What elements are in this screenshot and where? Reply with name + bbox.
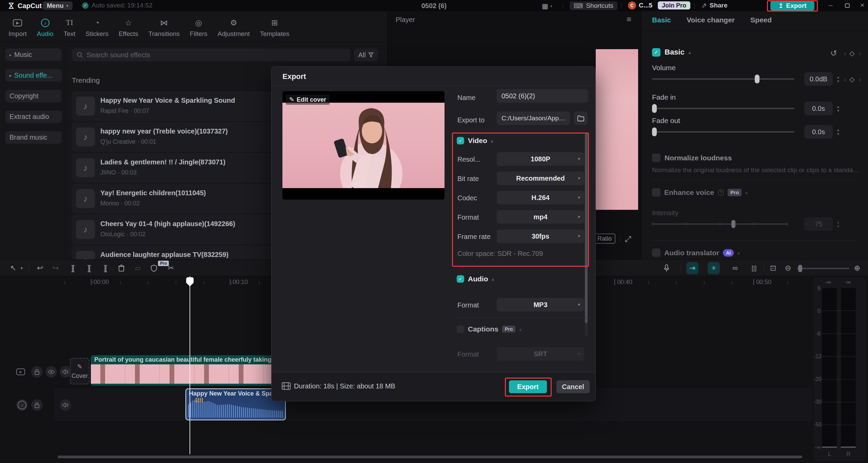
export-button-top[interactable]: ↥ Export [770, 1, 814, 11]
tab-transitions[interactable]: ⋈ Transitions [143, 14, 185, 42]
volume-stepper[interactable]: ▴ ▾ [834, 72, 843, 86]
tab-templates[interactable]: ⊞ Templates [255, 14, 295, 42]
video-checkbox[interactable]: ✓ [457, 137, 464, 144]
tab-stickers[interactable]: ◔ Stickers [80, 14, 114, 42]
undo-button[interactable]: ↩ [34, 260, 46, 277]
lock-icon[interactable] [31, 366, 43, 378]
next-keyframe-icon[interactable]: › [859, 49, 861, 57]
sidebar-item-sound-effects[interactable]: ▸ Sound effe... [5, 69, 62, 82]
reset-icon[interactable]: ↺ [830, 48, 837, 58]
captions-checkbox[interactable] [457, 325, 464, 333]
playhead-line[interactable] [190, 276, 190, 454]
tab-speed[interactable]: Speed [750, 16, 772, 24]
basic-checkbox[interactable]: ✓ [652, 48, 660, 57]
split-tool[interactable]: ][ [66, 260, 79, 277]
prev-keyframe-icon[interactable]: ‹ [844, 49, 846, 57]
sidebar-item-brand-music[interactable]: Brand music [5, 131, 62, 144]
timeline-zoom-handle[interactable] [798, 265, 802, 272]
restore-button[interactable] [845, 3, 850, 8]
fade-out-stepper[interactable]: ▴ ▾ [834, 125, 843, 139]
tab-voice-changer[interactable]: Voice changer [687, 16, 735, 24]
sidebar-item-music[interactable]: ▸ Music [5, 48, 62, 61]
browse-folder-button[interactable] [574, 112, 588, 125]
fullscreen-icon[interactable]: ⤢ [625, 234, 631, 244]
cover-button[interactable]: ✎ Cover [70, 358, 90, 384]
ratio-button[interactable]: Ratio [594, 234, 615, 244]
tab-basic[interactable]: Basic [652, 16, 671, 24]
audio-clip[interactable]: Happy New Year Voice & Spark [185, 388, 286, 420]
collapse-icon[interactable]: ▴ [492, 277, 494, 282]
prev-keyframe-icon[interactable]: ‹ [844, 76, 846, 83]
audio-checkbox[interactable]: ✓ [457, 275, 464, 283]
fade-out-slider-handle[interactable] [652, 127, 657, 136]
split-right-tool[interactable]: ][ [99, 260, 111, 277]
tab-text[interactable]: TI Text [58, 14, 80, 42]
layout-switcher[interactable]: ▦ ▾ [542, 2, 552, 10]
tab-audio[interactable]: ♪ Audio [32, 14, 59, 42]
resolution-dropdown[interactable]: 1080P ▾ [497, 152, 584, 166]
fade-out-slider[interactable] [652, 131, 794, 133]
export-path-input[interactable]: C:/Users/Jason/AppD... [497, 112, 570, 125]
tab-filters[interactable]: ◎ Filters [185, 14, 213, 42]
collapse-icon[interactable]: ▴ [491, 138, 493, 143]
select-tool[interactable]: ↖ [9, 260, 18, 277]
share-button[interactable]: ⇗ Share [701, 1, 728, 9]
account-area[interactable]: C C...5 [628, 1, 652, 9]
volume-keyframe-icon[interactable]: ◇ [849, 75, 854, 83]
search-input[interactable] [86, 51, 346, 59]
zoom-out-button[interactable]: ⊖ [782, 260, 794, 277]
fade-in-value[interactable]: 0.0s [804, 102, 833, 115]
join-pro-button[interactable]: Join Pro [658, 1, 690, 9]
zoom-in-button[interactable]: ⊕ [851, 260, 863, 277]
redo-button[interactable]: ↪ [50, 260, 62, 277]
record-voiceover-button[interactable] [660, 260, 673, 277]
volume-slider[interactable] [652, 78, 794, 80]
preview-axis-toggle[interactable]: ✳ [708, 262, 720, 274]
dialog-scrollbar[interactable] [585, 133, 588, 337]
audio-format-dropdown[interactable]: MP3 ▾ [497, 298, 584, 311]
cancel-button[interactable]: Cancel [556, 380, 590, 393]
name-input[interactable]: 0502 (6)(2) [497, 89, 588, 103]
horizontal-scrollbar[interactable] [58, 456, 802, 458]
enhance-voice-checkbox[interactable] [652, 188, 660, 197]
tab-effects[interactable]: ☆ Effects [114, 14, 143, 42]
collapse-icon[interactable]: ▴ [745, 190, 748, 195]
fade-in-stepper[interactable]: ▴ ▾ [834, 102, 843, 115]
export-confirm-button[interactable]: Export [509, 380, 547, 393]
link-tool[interactable]: ∞ [729, 260, 741, 277]
normalize-checkbox[interactable] [652, 154, 660, 162]
timeline-zoom-slider[interactable] [797, 268, 849, 269]
codec-dropdown[interactable]: H.264 ▾ [497, 191, 584, 204]
keyframe-icon[interactable]: ◇ [849, 49, 854, 57]
format-dropdown[interactable]: mp4 ▾ [497, 210, 584, 224]
bitrate-dropdown[interactable]: Recommended ▾ [497, 172, 584, 185]
avatar[interactable]: C [628, 1, 636, 9]
select-tool-caret[interactable]: ▾ [19, 260, 24, 277]
collapse-icon[interactable]: ▴ [689, 50, 691, 55]
mirror-tool[interactable]: ▱ [132, 260, 144, 277]
fade-in-slider[interactable] [652, 108, 794, 109]
playhead-handle[interactable] [186, 277, 194, 286]
adapt-timeline-tool[interactable]: ⊡ [767, 260, 779, 277]
shortcuts-button[interactable]: ⌨ Shortcuts [570, 1, 617, 10]
framerate-dropdown[interactable]: 30fps ▾ [497, 229, 584, 243]
tab-adjustment[interactable]: ⚙ Adjustment [213, 14, 255, 42]
unlink-split-tool[interactable]: [|] [748, 260, 760, 277]
audio-translator-checkbox[interactable] [652, 248, 660, 257]
lock-icon[interactable] [31, 399, 43, 411]
auto-snap-toggle[interactable]: ⇥ [686, 262, 698, 274]
next-keyframe-icon[interactable]: › [859, 76, 861, 83]
close-button[interactable]: × [860, 1, 864, 9]
sidebar-item-extract-audio[interactable]: Extract audio [5, 110, 62, 123]
volume-value[interactable]: 0.0dB [804, 72, 833, 86]
edit-cover-button[interactable]: ✎ Edit cover [286, 95, 330, 105]
volume-slider-handle[interactable] [755, 75, 760, 83]
sidebar-item-copyright[interactable]: Copyright [5, 90, 62, 102]
tab-import[interactable]: ▶ Import [3, 14, 32, 42]
player-menu-icon[interactable]: ≡ [627, 15, 631, 24]
fade-out-value[interactable]: 0.0s [804, 125, 833, 139]
search-bar[interactable] [72, 48, 351, 61]
dialog-scrollbar-thumb[interactable] [585, 133, 588, 323]
mute-icon[interactable] [60, 399, 71, 411]
split-left-tool[interactable]: ][ [83, 260, 95, 277]
